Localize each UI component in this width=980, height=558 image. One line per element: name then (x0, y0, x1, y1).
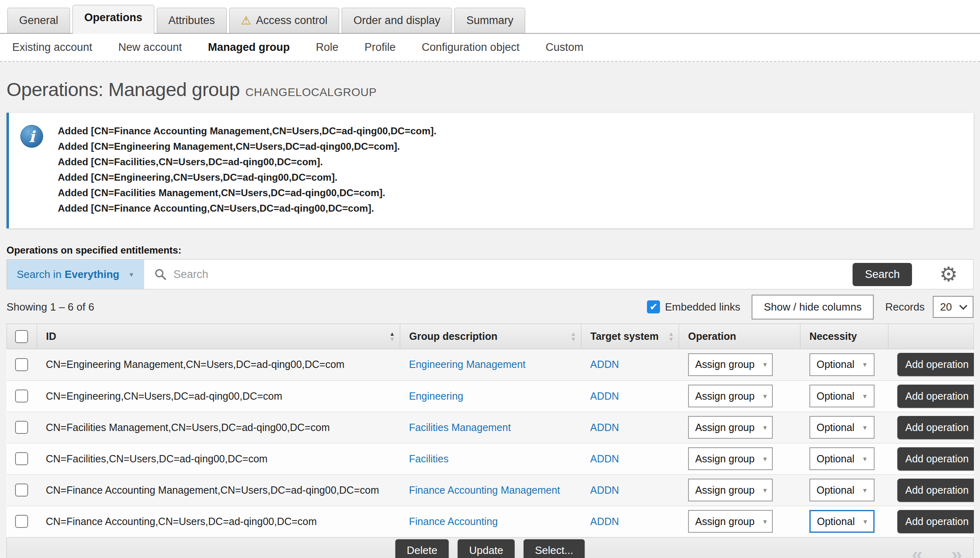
necessity-value: Optional (817, 390, 855, 402)
main-tab[interactable]: ⚠ Summary (454, 8, 525, 33)
sub-tab[interactable]: New account (118, 41, 182, 54)
entitlements-table: ID ▲▼ Group description ▲▼ Target system… (7, 324, 974, 538)
add-operation-button[interactable]: Add operation (897, 447, 974, 470)
search-field-area (144, 260, 853, 289)
embedded-links-checkbox[interactable]: ✔ (647, 300, 660, 313)
row-checkbox[interactable] (15, 515, 28, 528)
row-checkbox[interactable] (15, 484, 28, 497)
add-operation-button[interactable]: Add operation (897, 353, 974, 376)
main-tab[interactable]: ⚠ General (7, 8, 70, 33)
add-operation-button[interactable]: Add operation (897, 385, 974, 408)
target-system-link[interactable]: ADDN (590, 422, 619, 433)
group-description-link[interactable]: Facilities (409, 453, 449, 464)
sub-tab[interactable]: Managed group (208, 41, 290, 54)
main-tab[interactable]: ⚠ Order and display (342, 8, 452, 33)
necessity-select[interactable]: Optional ▼ (809, 479, 875, 501)
sub-tab-label: New account (118, 41, 182, 53)
column-header-necessity: Necessity (800, 324, 888, 349)
operation-select[interactable]: Assign group ▼ (688, 447, 773, 470)
sub-tab-label: Profile (364, 41, 396, 53)
operation-select[interactable]: Assign group ▼ (688, 353, 773, 376)
search-scope-dropdown[interactable]: Search in Everything ▼ (7, 260, 144, 289)
group-description-link[interactable]: Engineering (409, 390, 463, 402)
row-checkbox[interactable] (15, 452, 28, 465)
add-operation-button[interactable]: Add operation (897, 416, 974, 439)
sub-tab[interactable]: Existing account (12, 41, 92, 54)
target-system-link[interactable]: ADDN (590, 516, 619, 527)
group-description-link[interactable]: Finance Accounting Management (409, 484, 560, 496)
info-message: Added [CN=Facilities Management,CN=Users… (58, 185, 436, 201)
necessity-select[interactable]: Optional ▼ (809, 447, 875, 470)
add-operation-button[interactable]: Add operation (897, 510, 974, 533)
gear-icon[interactable]: ⚙ (940, 264, 958, 284)
search-button[interactable]: Search (853, 263, 912, 286)
necessity-value: Optional (817, 422, 855, 433)
sort-icon: ▲▼ (389, 331, 395, 342)
column-label: Operation (688, 330, 736, 342)
search-icon (154, 268, 167, 281)
pagination-prev-icon[interactable]: « (912, 543, 923, 558)
necessity-value: Optional (817, 484, 855, 496)
target-system-link[interactable]: ADDN (590, 390, 619, 402)
show-hide-columns-button[interactable]: Show / hide columns (752, 295, 874, 319)
select-all-checkbox[interactable] (15, 330, 28, 343)
target-system-link[interactable]: ADDN (590, 453, 619, 464)
chevron-down-icon: ▼ (862, 487, 868, 494)
operation-select[interactable]: Assign group ▼ (688, 479, 773, 501)
records-select[interactable]: 20 (933, 296, 973, 318)
sub-tab[interactable]: Configuration object (422, 41, 520, 54)
sub-tab-label: Existing account (12, 41, 92, 53)
footer-action-button[interactable]: Update (458, 539, 515, 558)
footer-action-button[interactable]: Select... (524, 539, 585, 558)
column-label: Group description (409, 330, 498, 342)
necessity-select[interactable]: Optional ▼ (809, 510, 875, 533)
row-id: CN=Facilities,CN=Users,DC=ad-qing00,DC=c… (37, 443, 400, 475)
main-tab[interactable]: ⚠ Attributes (157, 8, 227, 33)
necessity-value: Optional (817, 453, 855, 465)
column-header-actions (888, 324, 974, 349)
operation-value: Assign group (695, 390, 755, 402)
main-tab-label: General (19, 14, 58, 27)
sub-tab[interactable]: Custom (546, 41, 583, 54)
chevron-down-icon: ▼ (762, 487, 768, 494)
column-header-id[interactable]: ID ▲▼ (37, 324, 400, 349)
operation-select[interactable]: Assign group ▼ (688, 385, 773, 407)
main-tab[interactable]: ⚠ Operations (72, 5, 154, 34)
row-checkbox[interactable] (15, 358, 28, 371)
row-checkbox[interactable] (15, 421, 28, 434)
sub-tab-bar: Existing account New account Managed gro… (0, 34, 980, 62)
group-description-link[interactable]: Engineering Management (409, 359, 526, 370)
row-id: CN=Engineering Management,CN=Users,DC=ad… (37, 349, 400, 381)
operation-select[interactable]: Assign group ▼ (688, 416, 773, 439)
group-description-link[interactable]: Finance Accounting (409, 516, 498, 527)
row-checkbox[interactable] (15, 390, 28, 403)
column-header-target-system[interactable]: Target system ▲▼ (581, 324, 679, 349)
operation-value: Assign group (695, 422, 755, 433)
sub-tab[interactable]: Profile (364, 41, 396, 54)
column-header-group-description[interactable]: Group description ▲▼ (400, 324, 581, 349)
records-value: 20 (940, 301, 952, 313)
operation-select[interactable]: Assign group ▼ (688, 510, 773, 533)
table-row: CN=Engineering,CN=Users,DC=ad-qing00,DC=… (7, 381, 974, 412)
target-system-link[interactable]: ADDN (590, 359, 619, 370)
necessity-select[interactable]: Optional ▼ (809, 385, 875, 407)
search-input[interactable] (173, 268, 853, 281)
chevron-down-icon: ▼ (862, 518, 868, 525)
target-system-link[interactable]: ADDN (590, 484, 619, 496)
necessity-select[interactable]: Optional ▼ (809, 416, 875, 439)
column-label: ID (46, 330, 56, 342)
main-tab-label: Access control (256, 14, 328, 27)
table-row: CN=Facilities Management,CN=Users,DC=ad-… (7, 412, 974, 443)
pagination-next-icon[interactable]: » (951, 543, 962, 558)
warning-icon: ⚠ (241, 15, 251, 26)
row-id: CN=Finance Accounting,CN=Users,DC=ad-qin… (37, 506, 400, 537)
footer-action-button[interactable]: Delete (395, 539, 449, 558)
add-operation-button[interactable]: Add operation (897, 479, 974, 502)
info-icon: i (20, 125, 43, 148)
necessity-select[interactable]: Optional ▼ (809, 353, 875, 376)
operation-value: Assign group (695, 516, 755, 527)
main-tab[interactable]: ⚠ Access control (229, 8, 340, 33)
group-description-link[interactable]: Facilities Management (409, 422, 511, 433)
right-controls: ✔ Embedded links Show / hide columns Rec… (647, 295, 973, 319)
sub-tab[interactable]: Role (316, 41, 339, 54)
